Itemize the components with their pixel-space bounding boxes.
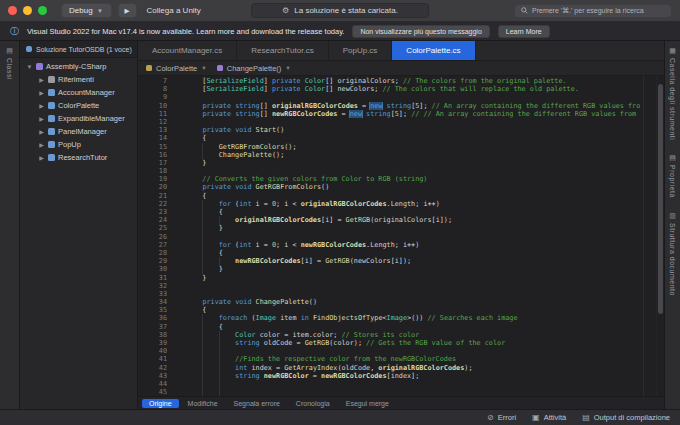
dock-pad-right[interactable]: ▦Casella degli strumenti (669, 47, 676, 140)
statusbar-label: Output di compilazione (594, 413, 670, 422)
code-line[interactable]: 42 int index = GetArrayIndex(oldCode, or… (138, 364, 656, 372)
code-line[interactable]: 44 (138, 380, 656, 388)
line-number: 13 (138, 126, 172, 134)
zoom-window-button[interactable] (38, 6, 47, 15)
code-text: string newRGBColor = newRGBColorCodes[in… (172, 372, 656, 380)
vc-tab-cronologia[interactable]: Cronologia (289, 399, 337, 408)
code-line[interactable]: 23 { (138, 208, 656, 216)
code-line[interactable]: 15 GetRGBFromColors(); (138, 143, 656, 151)
token: private (202, 298, 231, 306)
solution-pad-header[interactable]: Soluzione TutorOSDB (1 voce) (20, 41, 137, 58)
tree-item-researchtutor[interactable]: ▶ResearchTutor (20, 151, 137, 164)
code-line[interactable]: 37 { (138, 323, 656, 331)
tree-item-accountmanager[interactable]: ▶AccountManager (20, 86, 137, 99)
editor-tab[interactable]: ResearchTutor.cs (237, 41, 328, 60)
tab-label: PopUp.cs (343, 46, 378, 55)
ide-status-area: ⚙ La soluzione è stata caricata. (251, 3, 429, 18)
solution-pad-title: Soluzione TutorOSDB (1 voce) (36, 46, 132, 53)
code-line[interactable]: 17 } (138, 159, 656, 167)
minimize-window-button[interactable] (23, 6, 32, 15)
tree-item-assembly-csharp[interactable]: ▼Assembly-CSharp (20, 60, 137, 73)
code-line[interactable]: 26 (138, 233, 656, 241)
code-editor[interactable]: 7 [SerializeField] private Color[] origi… (138, 76, 664, 396)
global-search-input[interactable]: Premere '⌘.' per eseguire la ricerca (514, 4, 672, 18)
editor-tab[interactable]: AccountManager.cs (138, 41, 237, 60)
code-line[interactable]: 32 (138, 282, 656, 290)
code-line[interactable]: 41 //Finds the respective color from the… (138, 355, 656, 363)
learn-more-button[interactable]: Learn More (498, 25, 550, 38)
statusbar-item-errori[interactable]: ⊘Errori (487, 413, 516, 422)
breadcrumb-item[interactable]: ChangePalette()▼ (217, 64, 291, 73)
code-line[interactable]: 16 ChangePalette(); (138, 151, 656, 159)
dock-pad-right[interactable]: ▥Struttura documento (669, 212, 676, 296)
tree-item-label: Riferimenti (58, 75, 94, 84)
editor-column: AccountManager.csResearchTutor.csPopUp.c… (138, 41, 664, 409)
close-window-button[interactable] (8, 6, 17, 15)
chevron-down-icon: ▼ (285, 65, 290, 71)
code-line[interactable]: 34 private void ChangePalette() (138, 298, 656, 306)
token: new (370, 102, 382, 110)
code-line[interactable]: 24 originalRGBColorCodes[i] = GetRGB(ori… (138, 216, 656, 224)
statusbar-item-attività[interactable]: ▣Attività (532, 413, 566, 422)
code-line[interactable]: 18 (138, 167, 656, 175)
editor-tab[interactable]: ColorPalette.cs (392, 41, 475, 60)
breadcrumb-item[interactable]: ColorPalette▼ (146, 64, 207, 73)
token: color = item.color; (256, 331, 342, 339)
code-line[interactable]: 27 for (int i = 0; i < newRGBColorCodes.… (138, 241, 656, 249)
code-line[interactable]: 36 foreach (Image item in FindObjectsOfT… (138, 314, 656, 322)
code-line[interactable]: 20 private void GetRGBFromColors() (138, 183, 656, 191)
code-line[interactable]: 28 { (138, 249, 656, 257)
line-number: 38 (138, 331, 172, 339)
code-line[interactable]: 33 (138, 290, 656, 298)
tree-item-popup[interactable]: ▶PopUp (20, 138, 137, 151)
dock-pad-right[interactable]: ▤Proprietà (669, 154, 676, 198)
tree-item-panelmanager[interactable]: ▶PanelManager (20, 125, 137, 138)
tree-item-riferimenti[interactable]: ▶Riferimenti (20, 73, 137, 86)
run-button[interactable]: ▶ (118, 3, 137, 18)
code-line[interactable]: 25 } (138, 224, 656, 232)
run-target-label[interactable]: Collega a Unity (147, 6, 201, 15)
code-line[interactable]: 35 { (138, 306, 656, 314)
code-line[interactable]: 45 (138, 388, 656, 396)
code-line[interactable]: 22 for (int i = 0; i < originalRGBColorC… (138, 200, 656, 208)
code-line[interactable]: 31 } (138, 274, 656, 282)
code-line[interactable]: 40 (138, 347, 656, 355)
code-line[interactable]: 14 { (138, 134, 656, 142)
line-number: 35 (138, 306, 172, 314)
code-line[interactable]: 13 private void Start() (138, 126, 656, 134)
token: // An array containing the different RGB… (432, 102, 641, 110)
code-line[interactable]: 10 private string[] originalRGBColorCode… (138, 102, 656, 110)
editor-tab[interactable]: PopUp.cs (329, 41, 393, 60)
line-number: 10 (138, 102, 172, 110)
code-line[interactable]: 39 string oldCode = GetRGB(color); // Ge… (138, 339, 656, 347)
editor-scrollbar[interactable] (656, 76, 664, 396)
code-line[interactable]: 9 (138, 93, 656, 101)
tree-item-expandiblemanager[interactable]: ▶ExpandibleManager (20, 112, 137, 125)
code-text: Color color = item.color; // Stores its … (172, 331, 656, 339)
code-line[interactable]: 29 newRGBColorCodes[i] = GetRGB(newColor… (138, 257, 656, 265)
token: () (321, 183, 329, 191)
vc-tab-origine[interactable]: Origine (142, 399, 179, 408)
code-line[interactable]: 21 { (138, 192, 656, 200)
token: ; i < (276, 241, 301, 249)
vc-tab-modifiche[interactable]: Modifiche (181, 399, 225, 408)
vc-tab-segnala-errore[interactable]: Segnala errore (227, 399, 287, 408)
version-control-tabs: OrigineModificheSegnala erroreCronologia… (138, 396, 664, 409)
vc-tab-esegui-merge[interactable]: Esegui merge (339, 399, 396, 408)
code-line[interactable]: 38 Color color = item.color; // Stores i… (138, 331, 656, 339)
line-number: 26 (138, 233, 172, 241)
debug-configuration-dropdown[interactable]: Debug ▼ (61, 3, 112, 18)
code-line[interactable]: 30 } (138, 265, 656, 273)
dismiss-notification-button[interactable]: Non visualizzare più questo messaggio (352, 25, 489, 38)
dock-pad-left[interactable]: ▤Classi (6, 47, 13, 80)
code-line[interactable]: 8 [SerializeField] private Color[] newCo… (138, 85, 656, 93)
code-line[interactable]: 7 [SerializeField] private Color[] origi… (138, 77, 656, 85)
tree-item-colorpalette[interactable]: ▶ColorPalette (20, 99, 137, 112)
statusbar-item-output-di-compilazione[interactable]: ▤Output di compilazione (582, 413, 670, 422)
code-line[interactable]: 19 // Converts the given colors from Col… (138, 175, 656, 183)
token (186, 102, 202, 110)
code-line[interactable]: 11 private string[] newRGBColorCodes = n… (138, 110, 656, 118)
code-line[interactable]: 12 (138, 118, 656, 126)
scrollbar-thumb[interactable] (658, 84, 663, 314)
code-line[interactable]: 43 string newRGBColor = newRGBColorCodes… (138, 372, 656, 380)
